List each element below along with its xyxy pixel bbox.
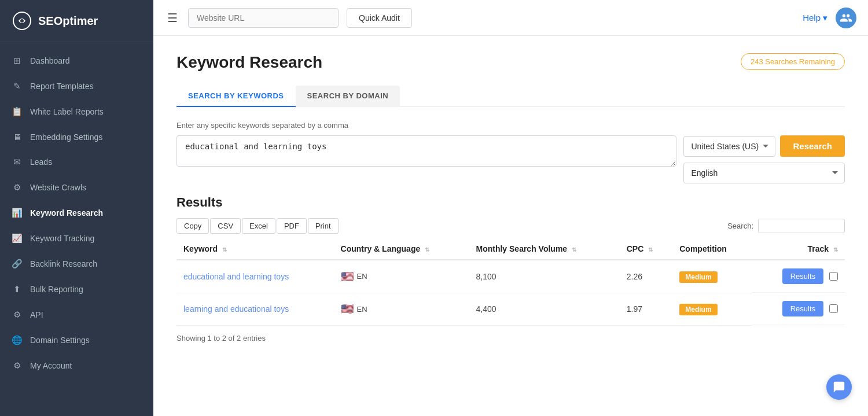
hamburger-icon[interactable]: ☰ [165,9,180,27]
us-flag-icon: 🇺🇸 [341,303,354,315]
sort-volume-icon[interactable]: ⇅ [572,246,576,253]
table-body: educational and learning toys🇺🇸EN8,1002.… [176,260,845,325]
results-table: Keyword ⇅ Country & Language ⇅ Monthly S… [176,238,845,326]
tab-search-by-domain[interactable]: SEARCH BY DOMAIN [296,86,400,107]
results-btn-0[interactable]: Results [782,268,823,284]
sidebar-label-embedding-settings: Embedding Settings [30,132,102,142]
keyword-hint: Enter any specific keywords separated by… [176,121,845,130]
results-title: Results [176,195,845,210]
sidebar-label-website-crawls: Website Crawls [30,183,86,192]
sort-country-icon[interactable]: ⇅ [425,246,429,253]
sidebar-label-backlink-research: Backlink Research [30,259,97,268]
tab-search-by-keywords[interactable]: SEARCH BY KEYWORDS [176,86,296,107]
language-select[interactable]: English Spanish French [683,163,845,183]
export-btn-pdf[interactable]: PDF [277,218,307,234]
user-avatar[interactable] [836,8,856,28]
search-tab-row: SEARCH BY KEYWORDS SEARCH BY DOMAIN [176,86,845,107]
logo-icon [12,10,32,31]
track-checkbox-1[interactable] [829,304,838,313]
leads-icon: ✉ [12,157,22,167]
col-monthly-search-volume: Monthly Search Volume ⇅ [469,238,619,260]
svg-point-1 [20,19,24,23]
col-cpc: CPC ⇅ [620,238,672,260]
us-flag-icon: 🇺🇸 [341,270,354,283]
sidebar-item-report-templates[interactable]: ✎Report Templates [0,73,153,99]
language-label: EN [357,272,367,281]
help-label: Help [803,13,821,23]
sidebar-label-dashboard: Dashboard [30,56,70,65]
table-search-input[interactable] [758,219,845,233]
backlink-research-icon: 🔗 [12,259,22,269]
sidebar-item-api[interactable]: ⚙API [0,302,153,327]
sidebar-item-website-crawls[interactable]: ⚙Website Crawls [0,175,153,200]
content-area: Keyword Research 243 Searches Remaining … [153,36,868,416]
sidebar: SEOptimer ⊞Dashboard✎Report Templates📋Wh… [0,0,153,416]
col-keyword: Keyword ⇅ [176,238,334,260]
keyword-tracking-icon: 📈 [12,233,22,244]
domain-settings-icon: 🌐 [12,335,22,345]
sidebar-label-white-label-reports: White Label Reports [30,107,104,116]
sidebar-label-api: API [30,310,43,319]
white-label-reports-icon: 📋 [12,106,22,117]
sidebar-item-my-account[interactable]: ⚙My Account [0,353,153,378]
topbar: ☰ Quick Audit Help ▾ [153,0,868,36]
competition-badge-1: Medium [679,304,717,315]
language-label: EN [357,305,367,314]
track-checkbox-0[interactable] [829,272,838,281]
cell-cpc-1: 1.97 [620,293,672,325]
export-btn-copy[interactable]: Copy [176,218,209,234]
sidebar-item-keyword-tracking[interactable]: 📈Keyword Tracking [0,226,153,251]
sort-keyword-icon[interactable]: ⇅ [222,246,227,253]
brand-name: SEOptimer [38,14,98,28]
search-row: educational and learning toys United Sta… [176,135,845,183]
sidebar-label-domain-settings: Domain Settings [30,336,90,345]
sidebar-item-white-label-reports[interactable]: 📋White Label Reports [0,99,153,124]
cell-volume-1: 4,400 [469,293,619,325]
table-row: learning and educational toys🇺🇸EN4,4001.… [176,293,845,325]
keyword-input[interactable]: educational and learning toys [176,135,676,167]
results-toolbar: CopyCSVExcelPDFPrint Search: [176,218,845,234]
sidebar-item-dashboard[interactable]: ⊞Dashboard [0,48,153,73]
sidebar-label-bulk-reporting: Bulk Reporting [30,285,83,294]
cell-track-0: Results [753,260,845,293]
cell-keyword-0: educational and learning toys [176,260,334,293]
sidebar-label-my-account: My Account [30,361,72,370]
table-row: educational and learning toys🇺🇸EN8,1002.… [176,260,845,293]
sidebar-item-domain-settings[interactable]: 🌐Domain Settings [0,327,153,353]
export-btn-print[interactable]: Print [308,218,339,234]
table-head: Keyword ⇅ Country & Language ⇅ Monthly S… [176,238,845,260]
quick-audit-button[interactable]: Quick Audit [347,8,412,28]
showing-entries-text: Showing 1 to 2 of 2 entries [176,334,845,343]
nav-list: ⊞Dashboard✎Report Templates📋White Label … [0,42,153,384]
table-search-row: Search: [727,219,845,233]
page-header: Keyword Research 243 Searches Remaining [176,53,845,72]
sidebar-item-leads[interactable]: ✉Leads [0,149,153,175]
sidebar-item-backlink-research[interactable]: 🔗Backlink Research [0,251,153,277]
sort-cpc-icon[interactable]: ⇅ [648,246,653,253]
help-menu[interactable]: Help ▾ [803,13,827,23]
website-url-input[interactable] [188,8,339,28]
dashboard-icon: ⊞ [12,56,22,66]
sort-track-icon[interactable]: ⇅ [833,246,838,253]
sidebar-item-bulk-reporting[interactable]: ⬆Bulk Reporting [0,277,153,302]
sidebar-label-report-templates: Report Templates [30,82,93,91]
cell-country-language-1: 🇺🇸EN [334,293,469,325]
country-select[interactable]: United States (US) United Kingdom (UK) A… [683,136,775,157]
research-button[interactable]: Research [780,135,845,157]
report-templates-icon: ✎ [12,81,22,91]
help-chevron-icon: ▾ [823,13,827,23]
cell-cpc-0: 2.26 [620,260,672,293]
export-btn-excel[interactable]: Excel [242,218,275,234]
chat-bubble[interactable] [826,374,852,400]
results-btn-1[interactable]: Results [782,301,823,316]
sidebar-label-keyword-research: Keyword Research [30,208,103,218]
table-header-row: Keyword ⇅ Country & Language ⇅ Monthly S… [176,238,845,260]
sidebar-item-keyword-research[interactable]: 📊Keyword Research [0,200,153,226]
sidebar-item-embedding-settings[interactable]: 🖥Embedding Settings [0,124,153,149]
keyword-research-icon: 📊 [12,208,22,218]
search-label: Search: [727,222,753,230]
export-btn-csv[interactable]: CSV [210,218,241,234]
col-competition: Competition [672,238,753,260]
competition-badge-0: Medium [679,271,717,283]
website-crawls-icon: ⚙ [12,182,22,193]
